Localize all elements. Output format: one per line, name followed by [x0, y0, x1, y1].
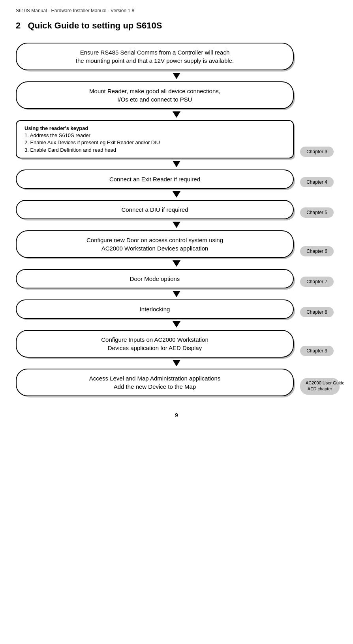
step3-container: Using the reader's keypad 1. Address the…	[16, 120, 337, 158]
arrow5	[16, 219, 337, 230]
ac2000-user-guide-tag: AC2000 User GuideAED chapter	[300, 378, 340, 395]
step10-main: Access Level and Map Administration appl…	[16, 369, 298, 396]
step7-chapter-side: Chapter 7	[298, 269, 337, 288]
keypad-title: Using the reader's keypad	[24, 125, 88, 131]
step4-box: Connect an Exit Reader if required	[16, 169, 294, 189]
step4-main: Connect an Exit Reader if required	[16, 169, 298, 189]
arrow8	[16, 319, 337, 330]
arrow9	[16, 358, 337, 369]
step10-container: Access Level and Map Administration appl…	[16, 369, 337, 396]
step1-main: Ensure RS485 Serial Comms from a Control…	[16, 43, 298, 70]
page-number: 9	[16, 412, 337, 418]
step3-box: Using the reader's keypad 1. Address the…	[16, 120, 294, 158]
step7-box: Door Mode options	[16, 269, 294, 288]
step4-container: Connect an Exit Reader if required Chapt…	[16, 169, 337, 189]
step6-container: Configure new Door on access control sys…	[16, 230, 337, 258]
arrow2	[16, 109, 337, 120]
step8-box: Interlocking	[16, 299, 294, 319]
chapter7-tag: Chapter 7	[300, 277, 334, 287]
keypad-line1: 1. Address the S610S reader	[24, 132, 90, 138]
chapter5-tag: Chapter 5	[300, 207, 334, 218]
step2-container: Mount Reader, make good all device conne…	[16, 81, 337, 109]
arrow4	[16, 189, 337, 200]
step9-main: Configure Inputs on AC2000 WorkstationDe…	[16, 330, 298, 358]
arrow6	[16, 258, 337, 269]
step1-container: Ensure RS485 Serial Comms from a Control…	[16, 43, 337, 70]
chapter3-tag: Chapter 3	[300, 147, 334, 157]
step5-chapter-side: Chapter 5	[298, 200, 337, 219]
step1-box: Ensure RS485 Serial Comms from a Control…	[16, 43, 294, 70]
step2-chapter-side	[298, 81, 337, 109]
arrow3	[16, 158, 337, 169]
step8-container: Interlocking Chapter 8	[16, 299, 337, 319]
step8-chapter-side: Chapter 8	[298, 299, 337, 319]
chapter4-tag: Chapter 4	[300, 177, 334, 187]
step5-box: Connect a DIU if required	[16, 200, 294, 219]
step6-chapter-side: Chapter 6	[298, 230, 337, 258]
step5-main: Connect a DIU if required	[16, 200, 298, 219]
arrow7	[16, 288, 337, 299]
step4-chapter-side: Chapter 4	[298, 169, 337, 189]
step3-chapter-side: Chapter 3	[298, 120, 337, 158]
step3-main: Using the reader's keypad 1. Address the…	[16, 120, 298, 158]
keypad-line3: 3. Enable Card Definition and read head	[24, 147, 116, 153]
step10-box: Access Level and Map Administration appl…	[16, 369, 294, 396]
step7-container: Door Mode options Chapter 7	[16, 269, 337, 288]
step9-box: Configure Inputs on AC2000 WorkstationDe…	[16, 330, 294, 358]
step10-chapter-side: AC2000 User GuideAED chapter	[298, 369, 337, 396]
step9-chapter-side: Chapter 9	[298, 330, 337, 358]
chapter6-tag: Chapter 6	[300, 246, 334, 256]
step6-box: Configure new Door on access control sys…	[16, 230, 294, 258]
chapter8-tag: Chapter 8	[300, 307, 334, 317]
step2-box: Mount Reader, make good all device conne…	[16, 81, 294, 109]
chapter9-tag: Chapter 9	[300, 346, 334, 356]
step2-main: Mount Reader, make good all device conne…	[16, 81, 298, 109]
keypad-line2: 2. Enable Aux Devices if present eg Exit…	[24, 139, 160, 145]
step9-container: Configure Inputs on AC2000 WorkstationDe…	[16, 330, 337, 358]
step7-main: Door Mode options	[16, 269, 298, 288]
step5-container: Connect a DIU if required Chapter 5	[16, 200, 337, 219]
flow-container: Ensure RS485 Serial Comms from a Control…	[16, 43, 337, 396]
page-title: 2 Quick Guide to setting up S610S	[16, 21, 337, 31]
step1-chapter-side	[298, 43, 337, 70]
doc-header: S610S Manual - Hardware Installer Manual…	[16, 8, 337, 13]
step6-main: Configure new Door on access control sys…	[16, 230, 298, 258]
step8-main: Interlocking	[16, 299, 298, 319]
arrow1	[16, 70, 337, 81]
